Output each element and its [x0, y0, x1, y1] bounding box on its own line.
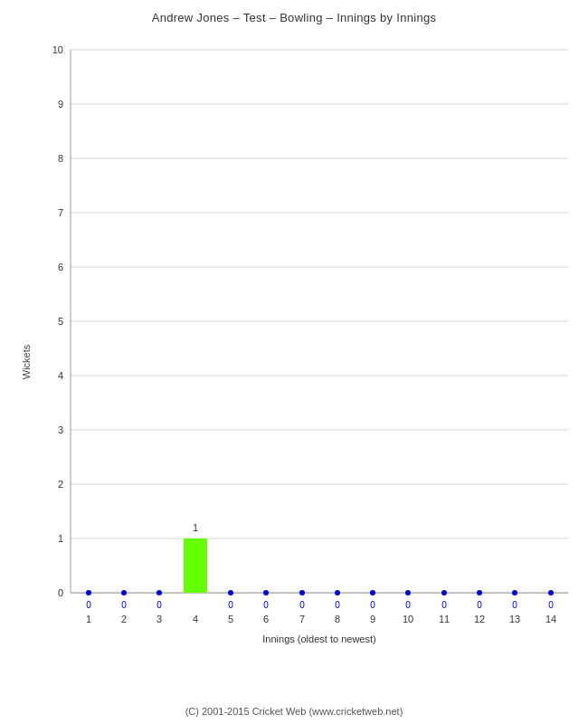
svg-text:5: 5	[58, 316, 63, 327]
dot-innings-6	[263, 590, 269, 595]
chart-container: Andrew Jones – Test – Bowling – Innings …	[0, 0, 588, 724]
svg-text:1: 1	[58, 533, 63, 544]
svg-text:0: 0	[121, 600, 127, 610]
svg-text:3: 3	[156, 614, 162, 624]
dot-innings-11	[441, 590, 447, 595]
svg-text:4: 4	[58, 370, 63, 381]
svg-text:0: 0	[441, 600, 447, 610]
svg-text:4: 4	[193, 614, 198, 624]
dot-innings-3	[156, 590, 162, 595]
svg-text:0: 0	[156, 600, 162, 610]
svg-text:3: 3	[58, 424, 63, 435]
footer-text: (C) 2001-2015 Cricket Web (www.cricketwe…	[0, 706, 588, 717]
svg-text:0: 0	[548, 600, 554, 610]
svg-text:10: 10	[52, 44, 63, 55]
svg-text:0: 0	[263, 600, 269, 610]
chart-svg: 0 1 2 3 4 5 6 7 8 9 10 1 0	[43, 32, 577, 647]
svg-text:6: 6	[263, 614, 269, 624]
svg-text:0: 0	[299, 600, 305, 610]
svg-text:0: 0	[477, 600, 482, 610]
svg-text:10: 10	[403, 614, 413, 624]
svg-text:6: 6	[58, 262, 63, 272]
svg-text:2: 2	[58, 479, 63, 490]
svg-text:0: 0	[335, 600, 340, 610]
svg-text:2: 2	[121, 614, 127, 624]
svg-text:Innings (oldest to newest): Innings (oldest to newest)	[262, 634, 375, 644]
dot-innings-9	[370, 590, 375, 595]
svg-text:7: 7	[299, 614, 305, 624]
dot-innings-2	[121, 590, 127, 595]
dot-innings-5	[228, 590, 233, 595]
dot-innings-8	[335, 590, 340, 595]
svg-text:0: 0	[512, 600, 517, 610]
svg-text:11: 11	[439, 614, 450, 624]
svg-text:0: 0	[228, 600, 233, 610]
svg-text:8: 8	[58, 153, 63, 164]
dot-innings-14	[548, 590, 554, 595]
svg-text:12: 12	[474, 614, 485, 624]
dot-innings-1	[86, 590, 91, 595]
svg-text:9: 9	[58, 99, 63, 110]
svg-text:8: 8	[335, 614, 340, 624]
chart-title: Andrew Jones – Test – Bowling – Innings …	[0, 0, 588, 32]
dot-innings-12	[477, 590, 482, 595]
svg-text:13: 13	[509, 614, 520, 624]
dot-innings-13	[512, 590, 517, 595]
dot-innings-10	[405, 590, 411, 595]
svg-text:0: 0	[86, 600, 91, 610]
svg-text:9: 9	[370, 614, 375, 624]
svg-text:5: 5	[228, 614, 233, 624]
svg-text:0: 0	[58, 587, 63, 598]
y-axis-label: Wickets	[21, 345, 32, 380]
svg-text:1: 1	[193, 522, 198, 533]
bar-innings-4	[184, 538, 207, 593]
svg-text:7: 7	[58, 207, 63, 218]
svg-text:0: 0	[405, 600, 411, 610]
dot-innings-7	[299, 590, 305, 595]
svg-text:14: 14	[545, 614, 556, 624]
svg-text:0: 0	[370, 600, 375, 610]
svg-text:1: 1	[86, 614, 91, 624]
